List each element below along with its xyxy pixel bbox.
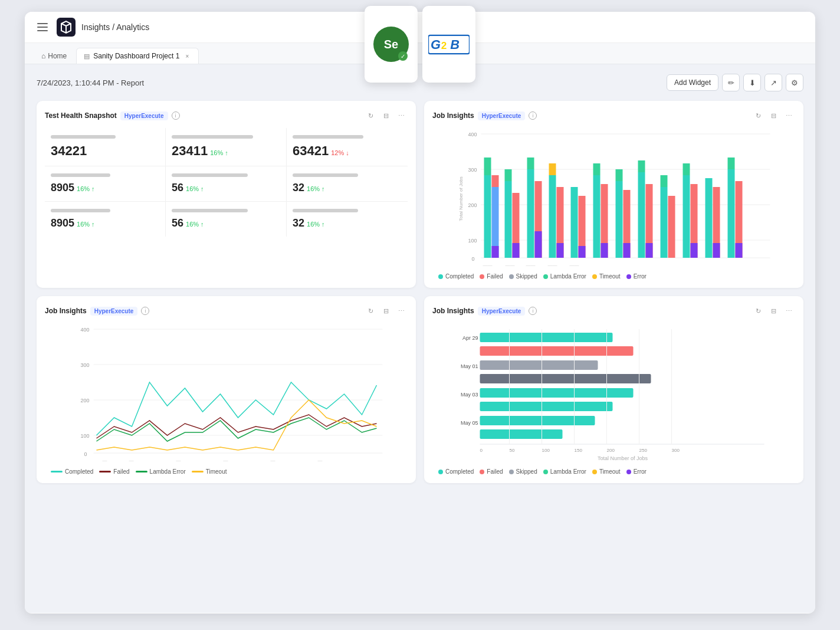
widget-snapshot-title-group: Test Health Snapshot HyperExecute i [45, 111, 180, 120]
widget-bar-info[interactable]: i [529, 111, 537, 120]
svg-rect-34 [593, 163, 601, 175]
tab-home[interactable]: ⌂ Home [34, 48, 74, 64]
tab-dashboard[interactable]: ▤ Sanity Dashboard Project 1 × [76, 48, 199, 64]
download-button[interactable]: ⬇ [743, 74, 761, 91]
horiz-legend-error: Error [626, 468, 647, 475]
svg-text:100: 100 [81, 433, 90, 439]
stat-cell-8: 32 16% ↑ [287, 202, 408, 237]
widget-snapshot-badge: HyperExecute [120, 111, 168, 120]
svg-text:300: 300 [672, 448, 680, 453]
settings-icon: ⚙ [791, 78, 798, 87]
svg-rect-12 [484, 175, 491, 258]
legend-dot-timeout [592, 274, 597, 279]
horiz-legend-dot-completed [438, 470, 443, 474]
snapshot-refresh-button[interactable]: ↻ [364, 109, 377, 122]
selenium-overlay: Se ✓ [365, 6, 418, 83]
horiz-chart-legend: Completed Failed Skipped Lambda Error [432, 468, 795, 475]
stat-cell-5: 32 16% ↑ [287, 166, 408, 202]
line-legend-dot-timeout [192, 471, 204, 472]
stat-cell-6: 8905 16% ↑ [45, 202, 166, 237]
horiz-legend-dot-timeout [592, 470, 597, 474]
bar-more-button[interactable]: ⋯ [782, 109, 795, 122]
stat-value-3: 8905 16% ↑ [51, 182, 159, 194]
add-widget-button[interactable]: Add Widget [667, 74, 718, 91]
stat-cell-1: 23411 16% ↑ [166, 128, 287, 166]
settings-button[interactable]: ⚙ [786, 74, 803, 91]
legend-timeout: Timeout [592, 273, 621, 280]
line-filter-button[interactable]: ⊟ [379, 304, 392, 317]
svg-text:May 05: May 05 [461, 420, 478, 426]
svg-text:100: 100 [542, 448, 550, 453]
snapshot-filter-button[interactable]: ⊟ [379, 109, 392, 122]
stat-cell-4: 56 16% ↑ [166, 166, 287, 202]
svg-rect-36 [601, 243, 608, 258]
stat-pct-5: 16% ↑ [307, 185, 325, 192]
svg-text:250: 250 [639, 448, 648, 453]
legend-failed: Failed [480, 273, 503, 280]
stats-grid: 34221 23411 16% ↑ 63421 [45, 128, 408, 237]
tab-close-button[interactable]: × [183, 52, 191, 60]
widget-job-insights-bar: Job Insights HyperExecute i ↻ ⊟ ⋯ 400 30… [424, 101, 803, 288]
svg-text:300: 300 [81, 362, 90, 368]
share-button[interactable]: ↗ [764, 74, 782, 91]
widget-snapshot: Test Health Snapshot HyperExecute i ↻ ⊟ … [37, 101, 416, 288]
stat-value-0: 34221 [51, 143, 159, 159]
widget-horiz-title-group: Job Insights HyperExecute i [432, 307, 537, 316]
menu-button[interactable] [34, 19, 51, 35]
widget-line-title: Job Insights [45, 307, 87, 315]
widget-horiz-header: Job Insights HyperExecute i ↻ ⊟ ⋯ [432, 304, 795, 317]
legend-dot-error [626, 274, 631, 279]
stat-value-7: 56 16% ↑ [172, 217, 280, 229]
svg-text:2: 2 [441, 40, 447, 51]
svg-text:G: G [431, 37, 441, 52]
widget-bar-header: Job Insights HyperExecute i ↻ ⊟ ⋯ [432, 109, 795, 122]
svg-rect-91 [480, 429, 563, 439]
horiz-legend-skipped: Skipped [509, 468, 537, 475]
widget-snapshot-header: Test Health Snapshot HyperExecute i ↻ ⊟ … [45, 109, 408, 122]
svg-rect-90 [480, 416, 595, 425]
svg-rect-27 [549, 163, 556, 175]
line-legend-failed: Failed [99, 468, 129, 475]
svg-text:0: 0 [480, 448, 483, 453]
horiz-refresh-button[interactable]: ↻ [752, 304, 764, 317]
widget-snapshot-info[interactable]: i [172, 111, 180, 120]
svg-rect-85 [480, 346, 634, 356]
svg-rect-21 [527, 169, 534, 258]
widget-line-info[interactable]: i [141, 307, 149, 315]
widget-line-header: Job Insights HyperExecute i ↻ ⊟ ⋯ [45, 304, 408, 317]
horiz-filter-button[interactable]: ⊟ [767, 304, 780, 317]
line-refresh-button[interactable]: ↻ [364, 304, 377, 317]
legend-lambda: Lambda Error [543, 273, 586, 280]
bar-filter-button[interactable]: ⊟ [767, 109, 780, 122]
report-timestamp: 7/24/2023, 1:10:44 PM - Report [37, 78, 144, 87]
line-legend-completed: Completed [51, 468, 93, 475]
svg-rect-38 [616, 169, 623, 181]
snapshot-more-button[interactable]: ⋯ [395, 109, 408, 122]
horiz-legend-dot-lambda [543, 470, 548, 474]
svg-rect-18 [505, 169, 512, 181]
stat-cell-3: 8905 16% ↑ [45, 166, 166, 202]
stat-value-1: 23411 16% ↑ [172, 143, 280, 159]
widget-line-title-group: Job Insights HyperExecute i [45, 307, 149, 316]
legend-completed: Completed [438, 273, 474, 280]
widget-line-badge: HyperExecute [90, 307, 138, 316]
horiz-legend-lambda: Lambda Error [543, 468, 586, 475]
stat-label-bar [293, 209, 358, 212]
widget-horiz-info[interactable]: i [529, 307, 537, 315]
stat-label-bar [51, 209, 110, 212]
svg-rect-51 [691, 243, 698, 258]
svg-rect-52 [706, 178, 713, 258]
svg-text:——: —— [526, 262, 536, 268]
svg-text:—: — [224, 458, 228, 463]
bar-chart-svg: 400 300 200 100 0 Total Number of Jobs [432, 128, 795, 270]
stat-value-2: 63421 12% ↓ [293, 143, 402, 159]
line-more-button[interactable]: ⋯ [395, 304, 408, 317]
stat-label-bar [172, 173, 248, 177]
floating-overlays: Se ✓ G 2 B [365, 6, 475, 83]
svg-text:May 01: May 01 [461, 363, 478, 369]
stat-value-4: 56 16% ↑ [172, 182, 280, 194]
horiz-more-button[interactable]: ⋯ [782, 304, 795, 317]
bar-refresh-button[interactable]: ↻ [752, 109, 764, 122]
edit-button[interactable]: ✏ [722, 74, 740, 91]
svg-rect-54 [713, 243, 720, 258]
